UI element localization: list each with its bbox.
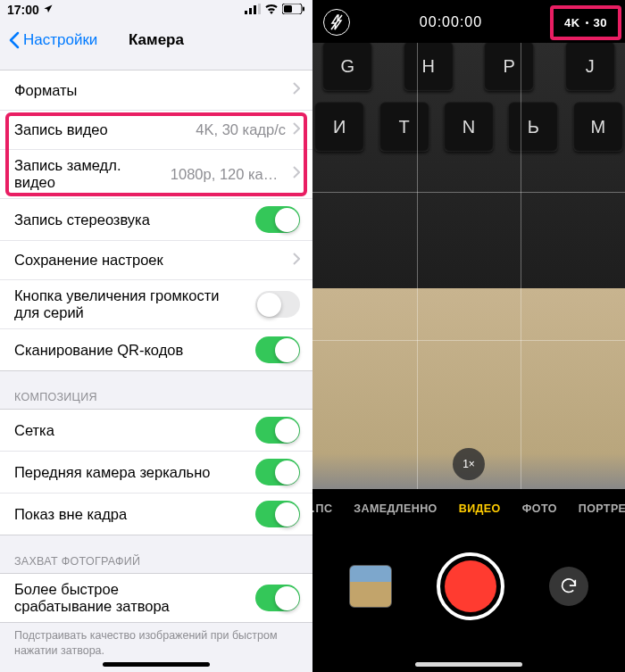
camera-viewfinder[interactable]: G H P J И Т N Ь М 1× <box>312 43 625 489</box>
row-qr[interactable]: Сканирование QR-кодов <box>0 328 312 370</box>
chevron-right-icon <box>293 122 300 138</box>
shutter-inner <box>445 560 496 612</box>
mode-option[interactable]: ЗАМЕДЛЕННО <box>354 502 437 515</box>
status-bar: 17:00 <box>0 0 312 20</box>
separator-dot <box>586 21 588 24</box>
back-label: Настройки <box>23 31 97 49</box>
settings-content: Форматы Запись видео 4K, 30 кадр/с Запис… <box>0 61 312 672</box>
toggle-mirror-front[interactable] <box>255 459 300 485</box>
row-faster-shutter[interactable]: Более быстрое срабатывание затвора <box>0 574 312 622</box>
mode-option-selected[interactable]: ВИДЕО <box>459 502 501 515</box>
row-grid[interactable]: Сетка <box>0 410 312 451</box>
svg-rect-2 <box>254 5 256 14</box>
toggle-volume-burst[interactable] <box>255 291 300 318</box>
row-formats[interactable]: Форматы <box>0 71 312 110</box>
camera-top-bar: 00:00:00 4K 30 <box>312 0 625 43</box>
row-preserve[interactable]: Сохранение настроек <box>0 240 312 279</box>
grid-line <box>312 340 625 341</box>
section-header-capture: Захват фотографий <box>0 535 312 573</box>
grid-line <box>417 43 418 489</box>
resolution-selector[interactable]: 4K 30 <box>555 11 616 35</box>
row-video-record[interactable]: Запись видео 4K, 30 кадр/с <box>0 110 312 149</box>
grid-line <box>521 43 521 489</box>
fps-label: 30 <box>594 16 607 29</box>
status-time: 17:00 <box>7 3 39 17</box>
svg-rect-3 <box>258 4 261 14</box>
row-outside-frame[interactable]: Показ вне кадра <box>0 493 312 535</box>
mode-option[interactable]: ФОТО <box>522 502 557 515</box>
chevron-right-icon <box>293 253 300 269</box>
battery-icon <box>282 3 305 17</box>
wifi-icon <box>264 3 279 17</box>
signal-icon <box>245 3 261 17</box>
record-timer: 00:00:00 <box>420 14 482 30</box>
back-button[interactable]: Настройки <box>9 31 97 49</box>
annotation-highlight-resolution: 4K 30 <box>550 5 621 40</box>
svg-rect-5 <box>284 5 292 12</box>
viewfinder-content: G H P J <box>312 43 625 95</box>
svg-rect-6 <box>303 7 304 12</box>
toggle-outside-frame[interactable] <box>255 501 300 527</box>
toggle-stereo[interactable] <box>255 206 300 233</box>
mode-option[interactable]: ПОРТРЕТ <box>579 502 625 515</box>
section-header-composition: Композиция <box>0 371 312 409</box>
shutter-button[interactable] <box>437 552 504 620</box>
toggle-grid[interactable] <box>255 417 300 444</box>
camera-screen: 00:00:00 4K 30 G H P J И Т N Ь М 1 <box>312 0 625 672</box>
row-mirror-front[interactable]: Передняя камера зеркально <box>0 451 312 493</box>
nav-bar: Настройки Камера <box>0 20 312 61</box>
mode-selector[interactable]: …ПС ЗАМЕДЛЕННО ВИДЕО ФОТО ПОРТРЕТ <box>312 489 625 528</box>
last-photo-thumbnail[interactable] <box>349 565 392 608</box>
home-indicator[interactable] <box>103 662 210 667</box>
chevron-right-icon <box>293 166 300 182</box>
home-indicator[interactable] <box>415 662 522 667</box>
toggle-qr[interactable] <box>255 336 300 363</box>
flip-camera-button[interactable] <box>549 567 588 606</box>
section-footer-capture: Подстраивать качество изображений при бы… <box>0 623 312 659</box>
grid-line <box>312 192 625 193</box>
chevron-right-icon <box>293 82 300 98</box>
zoom-button[interactable]: 1× <box>453 448 485 480</box>
svg-rect-1 <box>249 8 252 14</box>
svg-rect-0 <box>245 11 247 14</box>
camera-bottom-bar: …ПС ЗАМЕДЛЕННО ВИДЕО ФОТО ПОРТРЕТ <box>312 489 625 672</box>
toggle-faster-shutter[interactable] <box>255 585 300 611</box>
resolution-label: 4K <box>564 16 580 29</box>
row-stereo[interactable]: Запись стереозвука <box>0 198 312 240</box>
mode-option[interactable]: …ПС <box>312 502 332 515</box>
viewfinder-content: И Т N Ь М <box>312 98 625 155</box>
settings-screen: 17:00 Настройки Камера Фор <box>0 0 312 672</box>
row-volume-burst[interactable]: Кнопка увеличения громкости для серий <box>0 279 312 328</box>
flash-button[interactable] <box>323 9 350 36</box>
location-icon <box>43 3 54 17</box>
row-slomo[interactable]: Запись замедл. видео 1080p, 120 кад… <box>0 149 312 198</box>
